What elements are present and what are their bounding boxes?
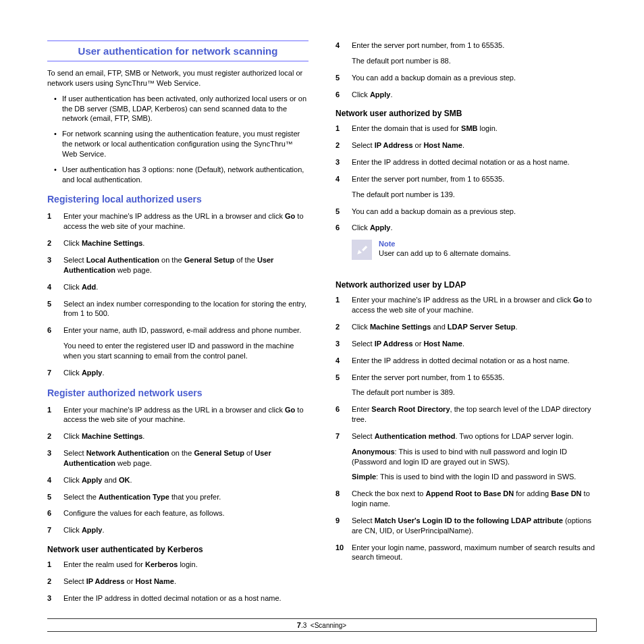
step-number: 5 bbox=[336, 373, 352, 398]
step-item: 4Enter the server port number, from 1 to… bbox=[336, 41, 597, 66]
step-number: 1 bbox=[336, 124, 352, 134]
intro-bullets: If user authentication has been activate… bbox=[47, 94, 308, 185]
step-number: 4 bbox=[47, 475, 63, 485]
step-item: 6Enter your name, auth ID, password, e-m… bbox=[47, 325, 308, 361]
step-body: Click Apply. bbox=[352, 90, 597, 100]
step-number: 2 bbox=[47, 431, 63, 441]
page-sub: .3 bbox=[301, 622, 306, 629]
step-number: 2 bbox=[47, 238, 63, 248]
step-item: 7Select Authentication method. Two optio… bbox=[336, 431, 597, 482]
right-column: 4Enter the server port number, from 1 to… bbox=[336, 41, 597, 610]
step-item: 6Enter Search Root Directory, the top se… bbox=[336, 404, 597, 425]
page-section: <Scanning> bbox=[311, 622, 346, 629]
step-body: Select IP Address or Host Name. bbox=[352, 140, 597, 151]
step-body: Enter Search Root Directory, the top sea… bbox=[352, 404, 597, 425]
step-number: 6 bbox=[47, 508, 63, 518]
step-item: 10Enter your login name, password, maxim… bbox=[336, 543, 597, 563]
bullet-item: User authentication has 3 options: none … bbox=[55, 165, 308, 185]
step-item: 1Enter your machine's IP address as the … bbox=[47, 211, 308, 232]
step-body: Enter the domain that is used for SMB lo… bbox=[352, 124, 597, 134]
step-item: 2Click Machine Settings. bbox=[47, 238, 308, 248]
step-item: 6Configure the values for each feature, … bbox=[47, 508, 308, 518]
step-item: 2Select IP Address or Host Name. bbox=[47, 576, 308, 587]
step-body: Enter the IP address in dotted decimal n… bbox=[352, 356, 597, 366]
step-body: Enter the realm used for Kerberos login. bbox=[63, 560, 308, 570]
step-body: Select the Authentication Type that you … bbox=[63, 492, 308, 502]
step-body: Enter the server port number, from 1 to … bbox=[352, 373, 597, 398]
step-number: 5 bbox=[47, 492, 63, 502]
step-number: 4 bbox=[336, 174, 352, 200]
step-number: 2 bbox=[47, 576, 63, 587]
steps-kerberos-right: 4Enter the server port number, from 1 to… bbox=[336, 41, 597, 99]
step-body: You can add a backup domain as a previou… bbox=[352, 73, 597, 83]
step-item: 2Click Machine Settings and LDAP Server … bbox=[336, 322, 597, 332]
step-number: 7 bbox=[47, 368, 63, 378]
note-text: Note User can add up to 6 alternate doma… bbox=[379, 240, 511, 257]
step-item: 5Select the Authentication Type that you… bbox=[47, 492, 308, 502]
step-body: Click Apply. bbox=[63, 368, 308, 378]
note-icon bbox=[352, 240, 372, 260]
step-item: 1Enter your machine's IP address as the … bbox=[336, 295, 597, 315]
step-body: Enter the server port number, from 1 to … bbox=[352, 174, 597, 200]
step-item: 5Enter the server port number, from 1 to… bbox=[336, 373, 597, 398]
step-item: 1Enter the domain that is used for SMB l… bbox=[336, 124, 597, 134]
step-body: Select Local Authentication on the Gener… bbox=[63, 255, 308, 275]
bullet-item: For network scanning using the authentic… bbox=[55, 129, 308, 159]
heading-network-users: Register authorized network users bbox=[47, 387, 308, 398]
step-body: Click Apply. bbox=[63, 525, 308, 535]
main-title: User authentication for network scanning bbox=[47, 45, 308, 57]
step-item: 4Click Apply and OK. bbox=[47, 475, 308, 485]
step-item: 1Enter the realm used for Kerberos login… bbox=[47, 560, 308, 570]
heading-local-users: Registering local authorized users bbox=[47, 194, 308, 205]
steps-ldap: 1Enter your machine's IP address as the … bbox=[336, 295, 597, 562]
step-number: 4 bbox=[336, 356, 352, 366]
intro-text: To send an email, FTP, SMB or Network, y… bbox=[47, 68, 308, 88]
step-number: 7 bbox=[47, 525, 63, 535]
step-number: 3 bbox=[47, 593, 63, 603]
step-item: 7Click Apply. bbox=[47, 525, 308, 535]
step-number: 6 bbox=[336, 223, 352, 233]
step-number: 3 bbox=[336, 157, 352, 167]
step-body: Check the box next to Append Root to Bas… bbox=[352, 489, 597, 509]
step-item: 6Click Apply. bbox=[336, 90, 597, 100]
step-number: 7 bbox=[336, 431, 352, 482]
step-item: 5You can add a backup domain as a previo… bbox=[336, 207, 597, 217]
step-item: 5Select an index number corresponding to… bbox=[47, 299, 308, 319]
step-body: Enter your name, auth ID, password, e-ma… bbox=[63, 325, 308, 361]
step-body: Select IP Address or Host Name. bbox=[63, 576, 308, 587]
step-body: Click Add. bbox=[63, 282, 308, 292]
step-number: 3 bbox=[47, 255, 63, 275]
step-number: 1 bbox=[47, 405, 63, 425]
left-column: User authentication for network scanning… bbox=[47, 41, 308, 610]
step-item: 3Select Network Authentication on the Ge… bbox=[47, 448, 308, 468]
main-title-block: User authentication for network scanning bbox=[47, 41, 308, 61]
step-item: 6Click Apply. bbox=[336, 223, 597, 233]
step-body: Configure the values for each feature, a… bbox=[63, 508, 308, 518]
step-item: 9Select Match User's Login ID to the fol… bbox=[336, 516, 597, 536]
step-body: Click Machine Settings. bbox=[63, 431, 308, 441]
step-item: 7Click Apply. bbox=[47, 368, 308, 378]
step-item: 1Enter your machine's IP address as the … bbox=[47, 405, 308, 425]
steps-network-users: 1Enter your machine's IP address as the … bbox=[47, 405, 308, 536]
step-body: Enter the IP address in dotted decimal n… bbox=[63, 593, 308, 603]
step-item: 4Click Add. bbox=[47, 282, 308, 292]
page-footer: 7.3 <Scanning> bbox=[47, 618, 597, 632]
step-number: 5 bbox=[47, 299, 63, 319]
note-label: Note bbox=[379, 240, 511, 248]
step-body: Enter your machine's IP address as the U… bbox=[63, 405, 308, 425]
step-body: Select Match User's Login ID to the foll… bbox=[352, 516, 597, 536]
step-body: You can add a backup domain as a previou… bbox=[352, 207, 597, 217]
heading-smb: Network user authorized by SMB bbox=[336, 109, 597, 118]
step-item: 2Select IP Address or Host Name. bbox=[336, 140, 597, 151]
step-item: 4Enter the server port number, from 1 to… bbox=[336, 174, 597, 200]
step-item: 2Click Machine Settings. bbox=[47, 431, 308, 441]
step-body: Click Machine Settings. bbox=[63, 238, 308, 248]
steps-kerberos-left: 1Enter the realm used for Kerberos login… bbox=[47, 560, 308, 603]
step-number: 6 bbox=[336, 404, 352, 425]
step-body: Select Network Authentication on the Gen… bbox=[63, 448, 308, 468]
step-body: Enter your machine's IP address as the U… bbox=[63, 211, 308, 232]
step-number: 8 bbox=[336, 489, 352, 509]
step-number: 5 bbox=[336, 73, 352, 83]
step-body: Enter the server port number, from 1 to … bbox=[352, 41, 597, 66]
step-number: 1 bbox=[47, 560, 63, 570]
